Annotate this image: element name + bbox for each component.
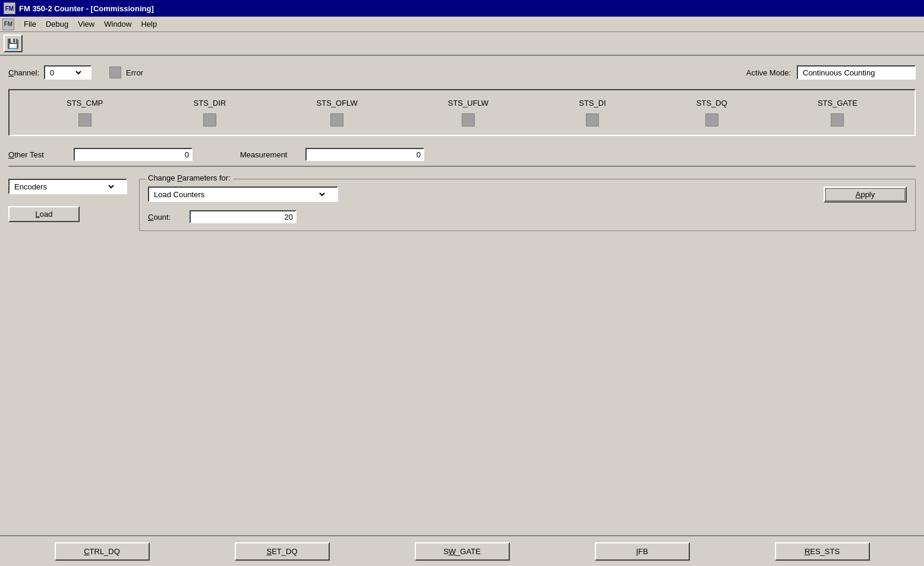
status-led-cmp — [78, 113, 92, 127]
status-label-gate: STS_GATE — [818, 99, 857, 107]
count-input[interactable]: 20 — [190, 210, 297, 223]
active-mode-section: Active Mode: Continuous Counting — [746, 65, 916, 80]
status-led-dq — [705, 113, 718, 127]
error-indicator — [109, 67, 121, 78]
channel-row: Channel: 0 1 2 3 Error Active Mode: Cont… — [8, 62, 916, 83]
res-sts-button[interactable]: RES_STS — [775, 542, 870, 561]
menu-help[interactable]: Help — [136, 18, 162, 30]
status-item-dq: STS_DQ — [696, 99, 727, 127]
menu-icon: FM — [2, 18, 14, 30]
active-mode-label: Active Mode: — [746, 68, 791, 77]
load-button[interactable]: Load — [8, 206, 80, 222]
ctrl-dq-button[interactable]: CTRL_DQ — [55, 542, 150, 561]
status-label-dq: STS_DQ — [696, 99, 727, 107]
error-label: Error — [126, 68, 143, 77]
channel-label: Channel: — [8, 68, 39, 77]
channel-select[interactable]: 0 1 2 3 — [48, 68, 83, 78]
apply-button[interactable]: Apply — [824, 186, 907, 203]
encoders-select-wrapper[interactable]: Encoders Incremental SSI — [8, 179, 127, 194]
params-content: Load Counters Set Counters Reset Counter… — [148, 186, 814, 223]
other-test-value[interactable]: 0 — [74, 148, 193, 161]
status-label-dir: STS_DIR — [194, 99, 226, 107]
status-led-dir — [203, 113, 216, 127]
measurement-section: Measurement 0 — [240, 148, 424, 161]
active-mode-value: Continuous Counting — [797, 65, 916, 80]
channel-select-wrapper[interactable]: 0 1 2 3 — [44, 65, 92, 80]
encoders-select[interactable]: Encoders Incremental SSI — [12, 182, 116, 192]
toolbar: 💾 — [0, 32, 924, 56]
count-row: Count: 20 — [148, 210, 814, 223]
title-text: FM 350-2 Counter - [Commissioning] — [19, 4, 154, 13]
other-test-label: Other Test — [8, 150, 68, 159]
measurement-label: Measurement — [240, 150, 299, 159]
menu-view[interactable]: View — [73, 18, 99, 30]
ifb-button[interactable]: IFB — [595, 542, 690, 561]
left-panel: Encoders Incremental SSI Load — [8, 179, 127, 222]
test-measurement-row: Other Test 0 Measurement 0 — [8, 143, 916, 167]
load-counters-select[interactable]: Load Counters Set Counters Reset Counter… — [152, 189, 327, 200]
status-label-di: STS_DI — [579, 99, 606, 107]
bottom-section: Encoders Incremental SSI Load Change Par… — [8, 173, 916, 237]
status-led-di — [586, 113, 599, 127]
status-item-oflw: STS_OFLW — [317, 99, 358, 127]
main-window: Channel: 0 1 2 3 Error Active Mode: Cont… — [0, 56, 924, 566]
status-led-uflw — [462, 113, 475, 127]
params-row: Load Counters Set Counters Reset Counter… — [148, 186, 814, 202]
bottom-button-bar: CTRL_DQ SET_DQ SW_GATE IFB RES_STS — [0, 535, 924, 566]
status-indicators-box: STS_CMP STS_DIR STS_OFLW STS_UFLW STS_DI… — [8, 89, 916, 136]
change-params-legend: Change Parameters for: — [146, 173, 233, 182]
main-content: Channel: 0 1 2 3 Error Active Mode: Cont… — [0, 56, 924, 243]
change-params-box: Change Parameters for: Load Counters Set… — [139, 179, 916, 231]
set-dq-button[interactable]: SET_DQ — [235, 542, 330, 561]
sw-gate-button[interactable]: SW_GATE — [415, 542, 510, 561]
status-led-oflw — [330, 113, 343, 127]
menu-bar: FM File Debug View Window Help — [0, 17, 924, 32]
error-section: Error — [109, 67, 143, 78]
title-bar: FM FM 350-2 Counter - [Commissioning] — [0, 0, 924, 17]
status-item-cmp: STS_CMP — [67, 99, 103, 127]
count-label: Count: — [148, 213, 184, 222]
status-item-di: STS_DI — [579, 99, 606, 127]
menu-file[interactable]: File — [19, 18, 41, 30]
status-label-uflw: STS_UFLW — [448, 99, 488, 107]
load-counters-wrapper[interactable]: Load Counters Set Counters Reset Counter… — [148, 186, 338, 202]
status-item-gate: STS_GATE — [818, 99, 857, 127]
status-item-uflw: STS_UFLW — [448, 99, 488, 127]
status-item-dir: STS_DIR — [194, 99, 226, 127]
measurement-value[interactable]: 0 — [305, 148, 424, 161]
menu-debug[interactable]: Debug — [41, 18, 73, 30]
save-button[interactable]: 💾 — [4, 34, 23, 52]
params-apply-row: Load Counters Set Counters Reset Counter… — [148, 186, 907, 223]
status-label-oflw: STS_OFLW — [317, 99, 358, 107]
status-led-gate — [831, 113, 844, 127]
menu-window[interactable]: Window — [99, 18, 136, 30]
app-icon: FM — [4, 2, 15, 14]
status-label-cmp: STS_CMP — [67, 99, 103, 107]
